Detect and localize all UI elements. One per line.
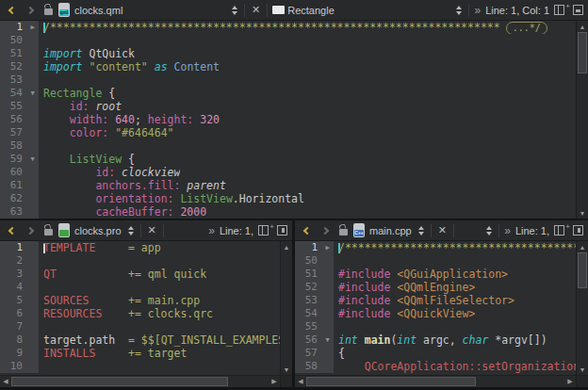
- current-symbol-label[interactable]: Rectangle: [287, 5, 335, 16]
- code-line[interactable]: 2: [0, 254, 280, 268]
- code-area[interactable]: 1▶/*************************************…: [0, 21, 576, 219]
- scrollbar-track[interactable]: [306, 376, 564, 387]
- code-line[interactable]: 1▶/*************************************…: [295, 241, 576, 254]
- forward-button[interactable]: [23, 222, 38, 239]
- code-line[interactable]: 50: [295, 254, 576, 268]
- symbol-dropdown-icon[interactable]: [484, 226, 494, 236]
- close-split-button[interactable]: [573, 5, 583, 15]
- close-document-button[interactable]: ✕: [436, 224, 449, 236]
- code-line[interactable]: 3QT += qml quick: [0, 268, 280, 281]
- scroll-left-button[interactable]: ◀: [295, 376, 306, 387]
- scroll-right-button[interactable]: ▶: [564, 376, 576, 387]
- code-line[interactable]: 53#include <QQmlFileSelector>: [295, 294, 576, 307]
- code-line[interactable]: 50: [0, 34, 576, 47]
- code-line[interactable]: 54▼Rectangle {: [0, 87, 576, 100]
- code-line[interactable]: 63 cacheBuffer: 2000: [0, 205, 576, 219]
- scrollbar-thumb[interactable]: [578, 32, 587, 73]
- fold-open-icon[interactable]: ▼: [26, 87, 39, 100]
- code-area[interactable]: 1▶/*************************************…: [295, 241, 576, 375]
- scrollbar-track[interactable]: [577, 252, 588, 364]
- forward-button[interactable]: [318, 222, 333, 239]
- collapsed-comment-placeholder[interactable]: ...*/: [506, 22, 547, 34]
- document-dropdown-icon[interactable]: [416, 226, 426, 236]
- code-area[interactable]: 1TEMPLATE = app23QT += qml quick45SOURCE…: [0, 241, 280, 375]
- vertical-scrollbar[interactable]: ▲ ▼: [280, 241, 292, 375]
- lock-button[interactable]: [335, 222, 351, 239]
- code-line[interactable]: 56 width: 640; height: 320: [0, 113, 576, 126]
- split-editor-button[interactable]: [554, 225, 564, 236]
- lock-button[interactable]: [41, 2, 56, 19]
- code-line[interactable]: 53: [0, 73, 576, 87]
- code-line[interactable]: 57 color: "#646464": [0, 126, 576, 139]
- lock-button[interactable]: [41, 222, 56, 239]
- code-line[interactable]: 58 QCoreApplication::setOrganizationNam: [295, 360, 576, 373]
- code-line[interactable]: 10: [0, 360, 280, 373]
- scrollbar-thumb[interactable]: [578, 252, 587, 288]
- close-split-button[interactable]: [277, 225, 287, 236]
- document-selector[interactable]: clocks.pro: [58, 223, 136, 237]
- split-editor-button[interactable]: [554, 5, 564, 15]
- horizontal-scrollbar[interactable]: ◀ ▶: [295, 375, 576, 387]
- code-line[interactable]: 1TEMPLATE = app: [0, 241, 280, 254]
- fold-open-icon[interactable]: ▼: [321, 333, 334, 347]
- close-document-button[interactable]: ✕: [250, 4, 262, 16]
- document-selector[interactable]: C++ main.cpp: [353, 223, 426, 237]
- open-document-name[interactable]: clocks.pro: [74, 225, 122, 236]
- code-line[interactable]: 61 anchors.fill: parent: [0, 179, 576, 192]
- scroll-up-button[interactable]: ▲: [281, 241, 292, 252]
- vertical-scrollbar[interactable]: ▲ ▼: [576, 21, 588, 219]
- code-line[interactable]: 57{: [295, 347, 576, 360]
- code-line[interactable]: 8target.path = $$[QT_INSTALL_EXAMPLES]/d…: [0, 333, 280, 347]
- overflow-button[interactable]: »: [208, 224, 215, 237]
- open-document-name[interactable]: clocks.qml: [74, 5, 122, 16]
- code-line[interactable]: 55 id: root: [0, 100, 576, 113]
- open-document-name[interactable]: main.cpp: [369, 225, 412, 236]
- code-line[interactable]: 9INSTALLS += target: [0, 347, 280, 360]
- vertical-scrollbar[interactable]: ▲ ▼: [576, 241, 588, 375]
- split-editor-button[interactable]: [258, 225, 269, 236]
- scrollbar-track[interactable]: [281, 252, 292, 364]
- symbol-selector[interactable]: [459, 226, 494, 236]
- scrollbar-thumb[interactable]: [306, 377, 476, 386]
- code-line[interactable]: 6RESOURCES += clocks.qrc: [0, 307, 280, 320]
- back-button[interactable]: [5, 2, 20, 19]
- fold-closed-icon[interactable]: ▶: [26, 21, 39, 34]
- code-line[interactable]: 51#include <QGuiApplication>: [295, 268, 576, 281]
- fold-closed-icon[interactable]: ▶: [321, 241, 334, 254]
- horizontal-scrollbar[interactable]: ◀ ▶: [0, 375, 280, 387]
- back-button[interactable]: [5, 222, 20, 239]
- code-line[interactable]: 1▶/*************************************…: [0, 21, 576, 34]
- close-document-button[interactable]: ✕: [146, 224, 158, 236]
- code-line[interactable]: 58: [0, 139, 576, 153]
- scroll-up-button[interactable]: ▲: [577, 21, 588, 32]
- close-split-button[interactable]: [573, 225, 583, 236]
- scrollbar-track[interactable]: [11, 376, 269, 387]
- scrollbar-thumb[interactable]: [11, 377, 228, 386]
- overflow-button[interactable]: »: [474, 4, 481, 17]
- scroll-left-button[interactable]: ◀: [0, 376, 11, 387]
- scroll-down-button[interactable]: ▼: [577, 207, 588, 219]
- code-line[interactable]: 51import QtQuick: [0, 47, 576, 60]
- scrollbar-track[interactable]: [577, 32, 588, 207]
- forward-button[interactable]: [23, 2, 38, 19]
- scroll-down-button[interactable]: ▼: [281, 364, 292, 375]
- back-button[interactable]: [300, 222, 315, 239]
- code-line[interactable]: 60 id: clockview: [0, 166, 576, 179]
- code-line[interactable]: 7: [0, 320, 280, 333]
- scroll-down-button[interactable]: ▼: [577, 364, 588, 375]
- document-selector[interactable]: qml clocks.qml: [58, 3, 239, 17]
- code-line[interactable]: 59▼ ListView {: [0, 153, 576, 166]
- overflow-button[interactable]: »: [504, 224, 511, 237]
- code-line[interactable]: 62 orientation: ListView.Horizontal: [0, 192, 576, 205]
- code-line[interactable]: 55: [295, 320, 576, 333]
- code-line[interactable]: 52import "content" as Content: [0, 60, 576, 73]
- symbol-selector[interactable]: Rectangle: [272, 5, 464, 16]
- fold-open-icon[interactable]: ▼: [26, 153, 39, 166]
- code-line[interactable]: 52#include <QQmlEngine>: [295, 281, 576, 294]
- code-line[interactable]: 54#include <QQuickView>: [295, 307, 576, 320]
- scroll-right-button[interactable]: ▶: [269, 376, 280, 387]
- scroll-up-button[interactable]: ▲: [577, 241, 588, 252]
- code-line[interactable]: 56▼int main(int argc, char *argv[]): [295, 333, 576, 347]
- code-line[interactable]: 4: [0, 281, 280, 294]
- document-dropdown-icon[interactable]: [126, 226, 136, 236]
